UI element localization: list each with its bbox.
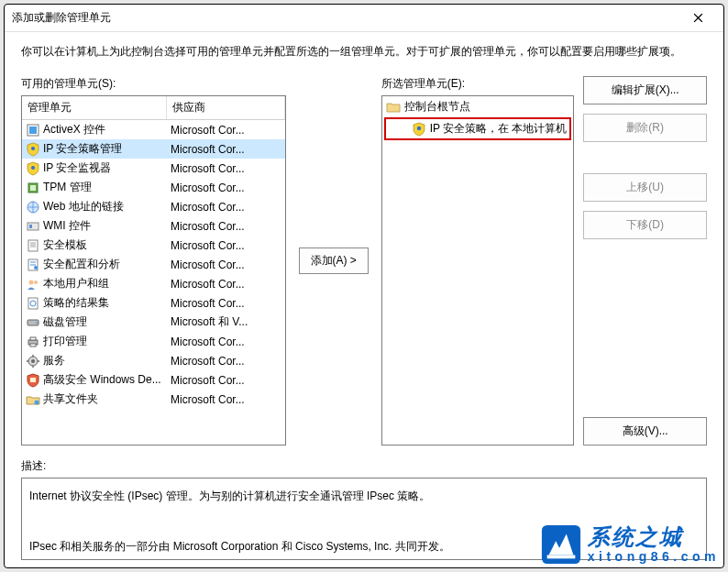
move-down-button[interactable]: 下移(D) — [583, 211, 707, 239]
list-item[interactable]: Web 地址的链接Microsoft Cor... — [22, 197, 285, 216]
list-item-name: IP 安全监视器 — [43, 160, 111, 176]
policy-icon — [26, 296, 40, 311]
list-item[interactable]: 安全配置和分析Microsoft Cor... — [22, 255, 285, 274]
list-item-name-cell: WMI 控件 — [22, 217, 167, 235]
disk-icon — [26, 315, 40, 330]
tpm-icon — [26, 181, 40, 195]
list-item-name: 服务 — [43, 353, 65, 368]
shield-icon — [412, 122, 426, 137]
svg-rect-23 — [30, 378, 36, 382]
close-button[interactable] — [679, 6, 716, 31]
advanced-button[interactable]: 高级(V)... — [583, 417, 707, 446]
list-item[interactable]: TPM 管理Microsoft Cor... — [22, 178, 285, 197]
tree-child-label: IP 安全策略，在 本地计算机 — [430, 121, 568, 137]
move-up-button[interactable]: 上移(U) — [583, 173, 707, 202]
tree-child-highlighted[interactable]: IP 安全策略，在 本地计算机 — [384, 117, 572, 140]
list-item-name-cell: 打印管理 — [22, 333, 167, 350]
shield-y-icon — [26, 142, 40, 157]
list-item[interactable]: WMI 控件Microsoft Cor... — [22, 216, 285, 236]
dialog-title: 添加或删除管理单元 — [12, 10, 679, 26]
tree-root-label: 控制台根节点 — [404, 99, 470, 115]
template-icon — [26, 238, 40, 253]
link-icon — [26, 200, 40, 214]
print-icon — [26, 335, 40, 349]
svg-point-2 — [31, 147, 35, 150]
list-item-name: 磁盘管理 — [43, 314, 87, 330]
list-item[interactable]: 策略的结果集Microsoft Cor... — [22, 293, 285, 313]
list-item-vendor: Microsoft Cor... — [167, 142, 285, 157]
edit-extensions-button[interactable]: 编辑扩展(X)... — [583, 76, 707, 104]
description-box: Internet 协议安全性 (IPsec) 管理。为与别的计算机进行安全通讯管… — [21, 478, 707, 560]
list-item-name-cell: 高级安全 Windows De... — [22, 371, 167, 389]
list-item-name-cell: TPM 管理 — [22, 179, 167, 196]
list-item-vendor: Microsoft Cor... — [167, 238, 285, 253]
list-item-name: IP 安全策略管理 — [43, 141, 122, 157]
svg-rect-9 — [28, 240, 38, 251]
svg-rect-7 — [28, 223, 39, 230]
list-item-name-cell: 本地用户和组 — [22, 275, 167, 292]
available-column: 可用的管理单元(S): 管理单元 供应商 ActiveX 控件Microsoft… — [21, 76, 286, 446]
activex-icon — [26, 123, 40, 138]
list-item[interactable]: 本地用户和组Microsoft Cor... — [22, 274, 285, 293]
list-item-name: 高级安全 Windows De... — [43, 372, 161, 388]
list-item-name: TPM 管理 — [43, 180, 92, 195]
list-item-name: WMI 控件 — [43, 218, 91, 234]
button-column: 编辑扩展(X)... 删除(R) 上移(U) 下移(D) 高级(V)... — [583, 76, 707, 446]
available-header-vendor[interactable]: 供应商 — [167, 96, 285, 119]
service-icon — [26, 354, 40, 368]
svg-point-24 — [35, 400, 39, 404]
description-label: 描述: — [21, 458, 707, 474]
middle-column: 添加(A) > — [295, 76, 372, 446]
list-item-vendor: Microsoft Cor... — [167, 373, 285, 388]
available-listbox[interactable]: 管理单元 供应商 ActiveX 控件Microsoft Cor...IP 安全… — [21, 95, 286, 446]
list-item-name: 策略的结果集 — [43, 295, 109, 311]
list-item[interactable]: IP 安全监视器Microsoft Cor... — [22, 159, 285, 178]
list-item-vendor: Microsoft Cor... — [167, 354, 285, 368]
list-item[interactable]: 磁盘管理Microsoft 和 V... — [22, 313, 285, 332]
list-item-name: Web 地址的链接 — [43, 199, 124, 214]
description-section: 描述: Internet 协议安全性 (IPsec) 管理。为与别的计算机进行安… — [21, 458, 707, 560]
list-item-vendor: Microsoft Cor... — [167, 219, 285, 234]
list-item-name-cell: 服务 — [22, 352, 167, 369]
svg-rect-20 — [30, 344, 36, 346]
close-icon — [693, 13, 703, 23]
list-item[interactable]: 服务Microsoft Cor... — [22, 351, 285, 370]
list-item-vendor: Microsoft Cor... — [167, 123, 285, 138]
svg-rect-1 — [29, 126, 37, 134]
list-item-vendor: Microsoft Cor... — [167, 181, 285, 195]
available-header-name[interactable]: 管理单元 — [22, 96, 167, 119]
list-item[interactable]: 高级安全 Windows De...Microsoft Cor... — [22, 370, 285, 390]
remove-button[interactable]: 删除(R) — [583, 114, 707, 142]
titlebar: 添加或删除管理单元 — [5, 5, 723, 32]
list-item[interactable]: 共享文件夹Microsoft Cor... — [22, 390, 285, 409]
svg-point-25 — [416, 126, 420, 129]
list-item-name-cell: IP 安全策略管理 — [22, 140, 167, 158]
list-item-name-cell: Web 地址的链接 — [22, 198, 167, 215]
tree-root[interactable]: 控制台根节点 — [384, 98, 572, 116]
firewall-icon — [26, 373, 40, 388]
svg-point-3 — [31, 166, 35, 170]
list-item-vendor: Microsoft Cor... — [167, 392, 285, 407]
dialog-content: 你可以在计算机上为此控制台选择可用的管理单元并配置所选的一组管理单元。对于可扩展… — [5, 32, 723, 567]
description-line1: Internet 协议安全性 (IPsec) 管理。为与别的计算机进行安全通讯管… — [29, 488, 699, 505]
svg-point-17 — [36, 322, 38, 324]
list-item[interactable]: IP 安全策略管理Microsoft Cor... — [22, 139, 285, 159]
list-item-name: 安全模板 — [43, 237, 87, 253]
list-item-vendor: Microsoft Cor... — [167, 277, 285, 292]
available-label: 可用的管理单元(S): — [21, 76, 286, 92]
add-button[interactable]: 添加(A) > — [299, 248, 369, 274]
list-item-name-cell: 安全模板 — [22, 236, 167, 254]
list-item-name-cell: 磁盘管理 — [22, 314, 167, 331]
available-header-row: 管理单元 供应商 — [22, 96, 285, 120]
selected-tree[interactable]: 控制台根节点 IP 安全策略，在 本地计算机 — [381, 95, 575, 446]
list-item[interactable]: ActiveX 控件Microsoft Cor... — [22, 120, 285, 139]
list-item-vendor: Microsoft Cor... — [167, 200, 285, 214]
svg-point-12 — [29, 280, 34, 284]
list-item[interactable]: 安全模板Microsoft Cor... — [22, 236, 285, 255]
svg-rect-5 — [30, 185, 36, 191]
svg-rect-19 — [30, 337, 36, 340]
list-item-name-cell: IP 安全监视器 — [22, 160, 167, 177]
wmi-icon — [26, 219, 40, 234]
list-item[interactable]: 打印管理Microsoft Cor... — [22, 332, 285, 351]
config-icon — [26, 258, 40, 272]
